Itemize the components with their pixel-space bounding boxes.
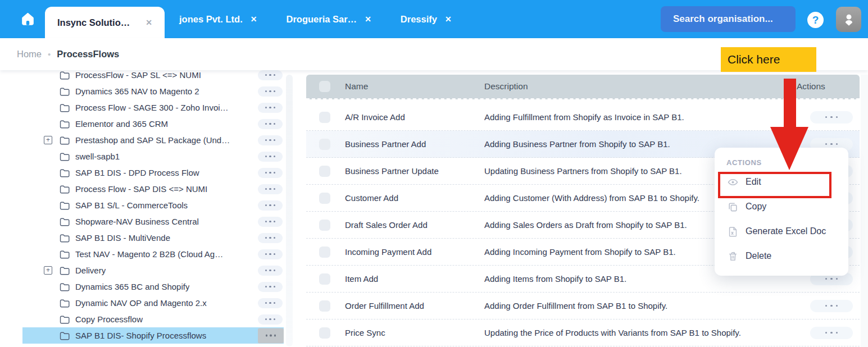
processflow-name: Business Partner Update xyxy=(345,166,484,176)
ellipsis-icon xyxy=(825,143,838,145)
tree-item[interactable]: + Process Flow - SAGE 300 - Zoho Invoi… xyxy=(22,99,284,116)
processflow-name: Draft Sales Order Add xyxy=(345,220,484,230)
org-tab[interactable]: Dressify ✕ xyxy=(386,0,466,38)
tree-item[interactable]: + SAP B1 DIS - DPD Process Flow xyxy=(22,165,284,181)
menu-item-generate-excel[interactable]: Generate Excel Doc xyxy=(715,219,848,244)
tree-item[interactable]: + Delivery xyxy=(22,262,284,278)
tree-item[interactable]: + Elementor and 365 CRM xyxy=(22,116,284,132)
row-checkbox[interactable] xyxy=(319,193,330,204)
org-tab[interactable]: Drogueria Sar… ✕ xyxy=(272,0,386,38)
more-actions-button[interactable] xyxy=(258,249,283,259)
processflow-name: Price Sync xyxy=(345,328,484,337)
more-actions-button[interactable] xyxy=(258,135,283,145)
more-actions-button[interactable] xyxy=(258,200,283,211)
folder-icon xyxy=(60,120,70,129)
more-actions-button[interactable] xyxy=(258,314,283,325)
tree-item[interactable]: + SAP B1 DIS- Shopify Processflows xyxy=(22,327,284,344)
tree-item[interactable]: + Test NAV - Magento 2 B2B (Cloud Ag… xyxy=(22,246,284,262)
folder-icon xyxy=(60,315,70,324)
ellipsis-icon xyxy=(265,123,276,125)
more-actions-button[interactable] xyxy=(258,328,284,343)
tree-item-label: Delivery xyxy=(75,266,106,275)
more-actions-button[interactable] xyxy=(258,119,283,129)
row-checkbox[interactable] xyxy=(319,139,330,150)
menu-item-delete[interactable]: Delete xyxy=(715,244,848,268)
person-icon xyxy=(842,12,856,27)
row-actions-button[interactable] xyxy=(810,111,853,124)
close-icon[interactable]: ✕ xyxy=(251,15,257,24)
more-actions-button[interactable] xyxy=(258,184,283,194)
more-actions-button[interactable] xyxy=(258,103,283,113)
page-title: ProcessFlows xyxy=(57,49,119,60)
close-icon[interactable]: ✕ xyxy=(146,18,152,27)
more-actions-button[interactable] xyxy=(258,266,283,276)
row-checkbox[interactable] xyxy=(319,300,330,312)
row-checkbox[interactable] xyxy=(319,273,330,285)
ellipsis-icon xyxy=(266,335,276,337)
row-actions-button[interactable] xyxy=(810,327,853,339)
tree-item[interactable]: + swell-sapb1 xyxy=(22,148,284,165)
org-tab[interactable]: Insync Solutio… ✕ xyxy=(45,7,165,38)
user-avatar[interactable] xyxy=(836,7,861,32)
ellipsis-icon xyxy=(265,74,276,76)
org-tab-label: Drogueria Sar… xyxy=(287,14,357,25)
folder-icon xyxy=(60,71,70,80)
tree-item[interactable]: + ProcessFlow - SAP SL <=> NUMI xyxy=(22,70,284,83)
folder-icon xyxy=(60,185,70,194)
expand-plus-icon[interactable]: + xyxy=(44,136,52,144)
tree-item[interactable]: + Dynamics 365 BC and Shopify xyxy=(22,278,284,295)
row-actions-button[interactable] xyxy=(810,300,853,312)
more-actions-button[interactable] xyxy=(258,86,283,97)
more-actions-button[interactable] xyxy=(258,70,283,80)
processflow-name: Incoming Payment Add xyxy=(345,247,484,257)
select-all-checkbox[interactable] xyxy=(319,81,330,92)
folder-icon xyxy=(60,201,70,210)
tree-item-label: Process Flow - SAGE 300 - Zoho Invoi… xyxy=(75,103,229,112)
tree-item[interactable]: + Prestashop and SAP SL Package (Und… xyxy=(22,132,284,148)
more-actions-button[interactable] xyxy=(258,298,283,308)
more-actions-button[interactable] xyxy=(258,152,283,162)
tree-item-label: SAP B1 DIS - MultiVende xyxy=(75,233,170,243)
table-row[interactable]: Price Sync Updating the Price of Product… xyxy=(306,319,860,346)
search-organisation xyxy=(661,6,796,32)
tree-item[interactable]: + SAP B1 DIS - MultiVende xyxy=(22,230,284,246)
sidebar-scrollbar[interactable] xyxy=(286,75,293,346)
ellipsis-icon xyxy=(265,318,276,321)
tree-item[interactable]: + Dynamics 365 NAV to Magento 2 xyxy=(22,83,284,99)
topbar: Insync Solutio… ✕ jones Pvt. Ltd. ✕ Drog… xyxy=(0,0,868,38)
table-row[interactable]: Order Fulfillment Add Adding Order Fulfi… xyxy=(306,293,860,319)
more-actions-button[interactable] xyxy=(258,168,283,178)
search-organisation-input[interactable] xyxy=(661,13,796,25)
org-tab[interactable]: jones Pvt. Ltd. ✕ xyxy=(165,0,272,38)
help-button[interactable]: ? xyxy=(807,12,824,28)
row-checkbox[interactable] xyxy=(319,327,330,339)
close-icon[interactable]: ✕ xyxy=(445,15,452,24)
close-icon[interactable]: ✕ xyxy=(365,15,371,24)
ellipsis-icon xyxy=(265,188,276,190)
more-actions-button[interactable] xyxy=(258,233,283,243)
row-checkbox[interactable] xyxy=(319,220,330,231)
tree-item[interactable]: + SAP B1 S/L - CommerceTools xyxy=(22,197,284,213)
expand-plus-icon[interactable]: + xyxy=(44,266,52,275)
ellipsis-icon xyxy=(825,305,838,307)
tree-item[interactable]: + Shopware-NAV Business Central xyxy=(22,213,284,230)
ellipsis-icon xyxy=(265,172,276,174)
tree-item-label: Prestashop and SAP SL Package (Und… xyxy=(75,135,230,145)
tree-item-label: Dynamic NAV OP and Magento 2.x xyxy=(75,298,207,308)
tree-item[interactable]: + Dynamic NAV OP and Magento 2.x xyxy=(22,295,284,311)
tree-item[interactable]: + Process Flow - SAP DIS <=> NUMI xyxy=(22,181,284,197)
breadcrumb-home-link[interactable]: Home xyxy=(17,49,42,60)
row-checkbox[interactable] xyxy=(319,112,330,123)
ellipsis-icon xyxy=(265,221,276,223)
row-checkbox[interactable] xyxy=(319,166,330,177)
processflow-name: Item Add xyxy=(345,274,484,284)
tree-item[interactable]: + Copy Processflow xyxy=(22,311,284,327)
column-header-name: Name xyxy=(345,81,484,92)
processflow-tree: + ProcessFlow - SAP SL <=> NUMI + xyxy=(0,70,287,344)
home-button[interactable] xyxy=(18,10,37,29)
more-actions-button[interactable] xyxy=(258,217,283,227)
row-checkbox[interactable] xyxy=(319,246,330,258)
ellipsis-icon xyxy=(265,139,276,141)
ellipsis-icon xyxy=(265,253,276,255)
more-actions-button[interactable] xyxy=(258,282,283,292)
